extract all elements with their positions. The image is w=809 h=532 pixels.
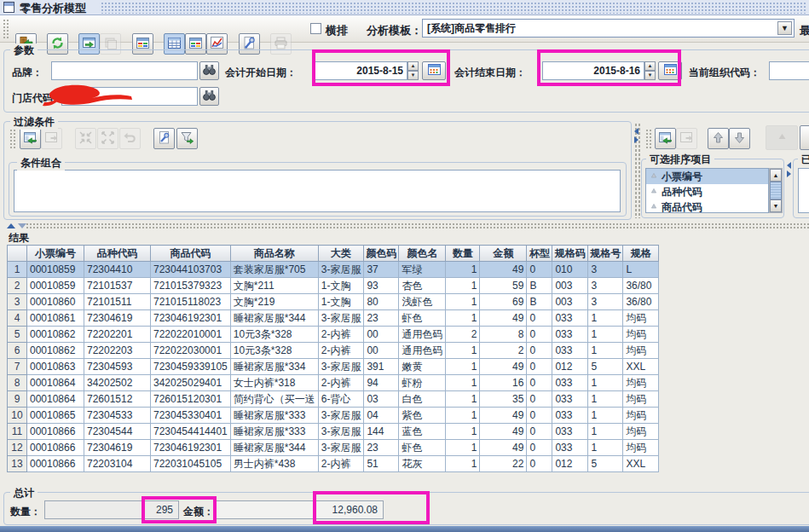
table-cell[interactable]: 012 [552,359,588,375]
table-row[interactable]: 100001086572304533723045330401睡裙家居服*3333… [8,408,659,424]
table-cell[interactable]: 72202201 [84,327,151,343]
table-cell[interactable]: 721015118023 [151,294,231,310]
table-cell[interactable]: 59 [480,278,527,294]
move-up-button[interactable] [708,128,729,149]
table-cell[interactable]: 72304533 [84,408,151,424]
table-cell[interactable]: 3 [588,262,623,278]
template-combobox[interactable]: [系统]商品零售排行 ▼ [422,19,795,38]
table-cell[interactable]: 72304619 [84,440,151,456]
table-cell[interactable]: 003 [552,294,588,310]
table-cell[interactable]: 00010862 [27,343,84,359]
column-header[interactable]: 商品代码 [151,246,231,262]
table-cell[interactable]: 1 [446,424,480,440]
column-header[interactable]: 规格号 [588,246,623,262]
table-cell[interactable]: 1 [588,391,623,408]
table-cell[interactable]: 51 [364,456,399,472]
table-cell[interactable]: 0 [527,375,552,391]
table-cell[interactable]: 00 [364,327,399,343]
table-cell[interactable]: 0 [527,343,552,359]
table-cell[interactable]: 04 [364,408,399,424]
scroll-up-icon[interactable]: ▲ [770,169,782,182]
table-cell[interactable]: 37 [364,262,399,278]
table-cell[interactable]: 简约背心（买一送 [230,391,318,408]
table-cell[interactable]: 5 [588,456,623,472]
table-cell[interactable]: 93 [364,278,399,294]
spinner-down-icon[interactable]: ▼ [644,71,656,80]
table-row[interactable]: 90001086472601512726015120301简约背心（买一送6-背… [8,391,659,408]
table-cell[interactable]: 文胸*219 [230,294,318,310]
table-cell[interactable]: 紫色 [399,408,446,424]
table-cell[interactable]: B [527,294,552,310]
table-cell[interactable]: 72101537 [84,278,151,294]
run-filter-button[interactable] [176,128,198,149]
store-lookup-button[interactable] [199,87,219,106]
end-date-calendar-button[interactable] [658,61,682,80]
table-cell[interactable]: B [527,278,552,294]
table-cell[interactable]: 虾色 [399,310,446,327]
table-cell[interactable]: 浅虾色 [399,294,446,310]
org-code-input[interactable] [769,61,809,80]
table-cell[interactable]: 00010861 [27,310,84,327]
table-cell[interactable]: 2-内裤 [318,456,364,472]
table-cell[interactable]: 6-背心 [318,391,364,408]
column-header[interactable]: 大类 [318,246,364,262]
collapse-left-icon[interactable] [787,162,791,169]
table-cell[interactable]: 1 [446,440,480,456]
table-cell[interactable]: 均码 [623,408,659,424]
table-cell[interactable]: L [623,262,659,278]
table-cell[interactable]: 0 [527,424,552,440]
column-header[interactable]: 颜色名 [399,246,446,262]
table-cell[interactable]: 721015379323 [151,278,231,294]
table-row[interactable]: 5000108627220220172202201000110元3条*3282-… [8,327,659,343]
table-cell[interactable]: 0 [527,359,552,375]
spinner-down-icon[interactable]: ▼ [407,71,419,80]
table-cell[interactable]: 1 [446,391,480,408]
table-cell[interactable]: 72304410 [84,262,151,278]
column-header[interactable]: 数量 [446,246,480,262]
table-row[interactable]: 120001086672304619723046192301睡裙家居服*3443… [8,440,659,456]
table-cell[interactable]: 1 [446,262,480,278]
table-cell[interactable]: 00010866 [27,440,84,456]
table-cell[interactable]: 1 [588,440,623,456]
table-cell[interactable]: 蓝色 [399,424,446,440]
table-cell[interactable]: 女士内裤*318 [230,375,318,391]
column-header[interactable]: 杯型 [527,246,552,262]
table-cell[interactable]: 36/80 [623,294,659,310]
table-cell[interactable]: 睡裙家居服*344 [230,440,318,456]
table-cell[interactable]: 通用色码 [399,327,446,343]
condition-textarea[interactable] [14,170,621,212]
table-cell[interactable]: 7230454414401 [151,424,231,440]
scrollbar-thumb[interactable] [770,182,782,200]
toolbar-drag-handle[interactable] [3,19,9,40]
table-cell[interactable]: 0 [527,456,552,472]
table-cell[interactable]: 睡裙家居服*333 [230,408,318,424]
table-cell[interactable]: 文胸*211 [230,278,318,294]
start-date-field[interactable]: 2015-8-15 [314,61,407,80]
table-cell[interactable]: 726015120301 [151,391,231,408]
table-cell[interactable]: 1 [446,343,480,359]
table-cell[interactable]: 342025029401 [151,375,231,391]
table-cell[interactable]: 套装家居服*705 [230,262,318,278]
column-header[interactable]: 商品名称 [230,246,318,262]
table-cell[interactable]: 72101511 [84,294,151,310]
table-cell[interactable]: 72203104 [84,456,151,472]
table-cell[interactable]: 033 [552,424,588,440]
apply-panel-button[interactable] [20,128,41,149]
scroll-down-icon[interactable]: ▼ [770,200,782,212]
table-cell[interactable]: 72304593 [84,359,151,375]
table-cell[interactable]: 0 [527,408,552,424]
sort-desc-button[interactable] [800,125,809,150]
table-cell[interactable]: 722022030001 [151,343,231,359]
table-row[interactable]: 80001086434202502342025029401女士内裤*3182-内… [8,375,659,391]
table-cell[interactable]: 杏色 [399,278,446,294]
table-cell[interactable]: 012 [552,456,588,472]
table-cell[interactable]: 72304544 [84,424,151,440]
table-cell[interactable]: 0 [527,440,552,456]
table-cell[interactable]: 1 [588,424,623,440]
table-cell[interactable]: XXL [623,456,659,472]
table-cell[interactable]: 723046192301 [151,440,231,456]
column-header[interactable]: 规格码 [552,246,588,262]
table-cell[interactable]: 033 [552,440,588,456]
sort-toolbar-handle[interactable] [645,129,652,150]
table-cell[interactable]: 3-家居服 [318,310,364,327]
